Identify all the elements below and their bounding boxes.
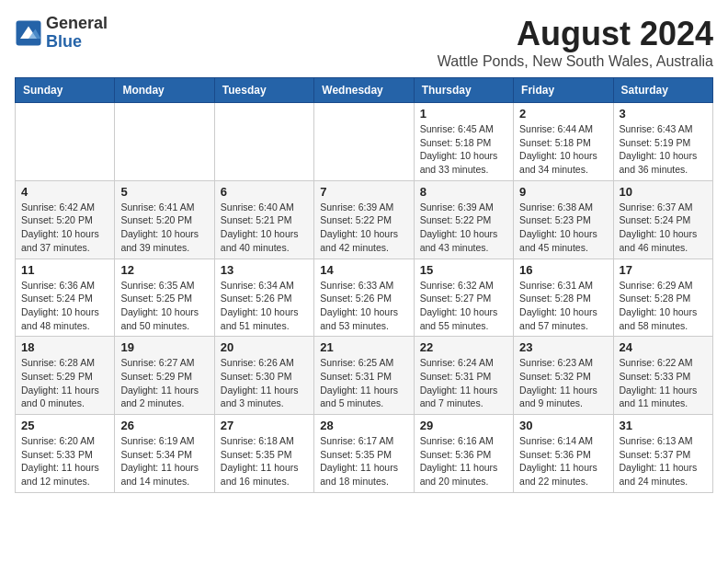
day-info: Sunrise: 6:40 AM Sunset: 5:21 PM Dayligh…: [221, 201, 308, 255]
calendar-day-cell: 22Sunrise: 6:24 AM Sunset: 5:31 PM Dayli…: [414, 337, 513, 415]
calendar-day-cell: 27Sunrise: 6:18 AM Sunset: 5:35 PM Dayli…: [214, 415, 313, 493]
location: Wattle Ponds, New South Wales, Australia: [438, 53, 713, 70]
calendar-week-row: 11Sunrise: 6:36 AM Sunset: 5:24 PM Dayli…: [16, 259, 713, 337]
day-info: Sunrise: 6:17 AM Sunset: 5:35 PM Dayligh…: [320, 434, 407, 488]
day-number: 20: [221, 340, 308, 354]
day-info: Sunrise: 6:16 AM Sunset: 5:36 PM Dayligh…: [420, 434, 507, 488]
logo-blue: Blue: [46, 33, 108, 52]
day-number: 7: [320, 185, 407, 199]
calendar-day-cell: 20Sunrise: 6:26 AM Sunset: 5:30 PM Dayli…: [214, 337, 313, 415]
calendar-day-cell: 15Sunrise: 6:32 AM Sunset: 5:27 PM Dayli…: [414, 259, 513, 337]
day-info: Sunrise: 6:28 AM Sunset: 5:29 PM Dayligh…: [21, 356, 108, 410]
calendar-day-cell: 4Sunrise: 6:42 AM Sunset: 5:20 PM Daylig…: [16, 180, 115, 259]
day-number: 10: [620, 185, 707, 199]
day-info: Sunrise: 6:18 AM Sunset: 5:35 PM Dayligh…: [221, 434, 308, 488]
logo-general: General: [46, 15, 108, 33]
calendar-day-cell: 28Sunrise: 6:17 AM Sunset: 5:35 PM Dayli…: [314, 415, 414, 493]
day-info: Sunrise: 6:45 AM Sunset: 5:18 PM Dayligh…: [420, 122, 507, 177]
day-of-week-header: Friday: [514, 78, 613, 103]
day-info: Sunrise: 6:39 AM Sunset: 5:22 PM Dayligh…: [420, 201, 507, 255]
calendar-day-cell: 23Sunrise: 6:23 AM Sunset: 5:32 PM Dayli…: [514, 337, 613, 415]
day-number: 6: [221, 185, 308, 199]
day-number: 17: [620, 263, 707, 277]
day-number: 28: [320, 419, 407, 432]
day-number: 22: [420, 340, 507, 354]
calendar-day-cell: 11Sunrise: 6:36 AM Sunset: 5:24 PM Dayli…: [16, 259, 115, 337]
day-info: Sunrise: 6:20 AM Sunset: 5:33 PM Dayligh…: [21, 434, 108, 488]
logo: General Blue: [15, 15, 108, 52]
day-of-week-header: Saturday: [613, 78, 712, 103]
day-info: Sunrise: 6:42 AM Sunset: 5:20 PM Dayligh…: [21, 201, 108, 255]
calendar-day-cell: 13Sunrise: 6:34 AM Sunset: 5:26 PM Dayli…: [214, 259, 313, 337]
day-number: 16: [519, 263, 607, 277]
calendar-day-cell: 21Sunrise: 6:25 AM Sunset: 5:31 PM Dayli…: [314, 337, 414, 415]
calendar-day-cell: 6Sunrise: 6:40 AM Sunset: 5:21 PM Daylig…: [214, 180, 313, 259]
day-info: Sunrise: 6:34 AM Sunset: 5:26 PM Dayligh…: [221, 279, 308, 333]
day-info: Sunrise: 6:38 AM Sunset: 5:23 PM Dayligh…: [519, 201, 607, 255]
calendar-day-cell: 25Sunrise: 6:20 AM Sunset: 5:33 PM Dayli…: [16, 415, 115, 493]
calendar-day-cell: 18Sunrise: 6:28 AM Sunset: 5:29 PM Dayli…: [16, 337, 115, 415]
day-info: Sunrise: 6:41 AM Sunset: 5:20 PM Dayligh…: [120, 201, 208, 255]
calendar-day-cell: 8Sunrise: 6:39 AM Sunset: 5:22 PM Daylig…: [414, 180, 513, 259]
day-info: Sunrise: 6:43 AM Sunset: 5:19 PM Dayligh…: [620, 122, 707, 177]
calendar-day-cell: 17Sunrise: 6:29 AM Sunset: 5:28 PM Dayli…: [613, 259, 712, 337]
title-section: August 2024 Wattle Ponds, New South Wale…: [438, 15, 713, 70]
calendar-day-cell: 12Sunrise: 6:35 AM Sunset: 5:25 PM Dayli…: [115, 259, 214, 337]
calendar-week-row: 18Sunrise: 6:28 AM Sunset: 5:29 PM Dayli…: [16, 337, 713, 415]
calendar-week-row: 4Sunrise: 6:42 AM Sunset: 5:20 PM Daylig…: [16, 180, 713, 259]
day-of-week-header: Thursday: [414, 78, 513, 103]
day-info: Sunrise: 6:27 AM Sunset: 5:29 PM Dayligh…: [120, 356, 208, 410]
day-number: 26: [120, 419, 208, 432]
day-number: 13: [221, 263, 308, 277]
calendar-header-row: SundayMondayTuesdayWednesdayThursdayFrid…: [16, 78, 713, 103]
day-of-week-header: Tuesday: [214, 78, 313, 103]
calendar-table: SundayMondayTuesdayWednesdayThursdayFrid…: [15, 77, 713, 493]
day-info: Sunrise: 6:14 AM Sunset: 5:36 PM Dayligh…: [519, 434, 607, 488]
calendar-day-cell: 1Sunrise: 6:45 AM Sunset: 5:18 PM Daylig…: [414, 103, 513, 181]
day-info: Sunrise: 6:44 AM Sunset: 5:18 PM Dayligh…: [519, 122, 607, 177]
calendar-day-cell: 2Sunrise: 6:44 AM Sunset: 5:18 PM Daylig…: [514, 103, 613, 181]
day-number: 11: [21, 263, 108, 277]
day-info: Sunrise: 6:25 AM Sunset: 5:31 PM Dayligh…: [320, 356, 407, 410]
day-info: Sunrise: 6:33 AM Sunset: 5:26 PM Dayligh…: [320, 279, 407, 333]
day-number: 18: [21, 340, 108, 354]
day-number: 5: [120, 185, 208, 199]
month-year: August 2024: [438, 15, 713, 53]
day-info: Sunrise: 6:29 AM Sunset: 5:28 PM Dayligh…: [620, 279, 707, 333]
day-info: Sunrise: 6:22 AM Sunset: 5:33 PM Dayligh…: [620, 356, 707, 410]
day-info: Sunrise: 6:23 AM Sunset: 5:32 PM Dayligh…: [519, 356, 607, 410]
calendar-day-cell: 26Sunrise: 6:19 AM Sunset: 5:34 PM Dayli…: [115, 415, 214, 493]
day-info: Sunrise: 6:24 AM Sunset: 5:31 PM Dayligh…: [420, 356, 507, 410]
logo-icon: [15, 19, 42, 47]
day-number: 14: [320, 263, 407, 277]
day-info: Sunrise: 6:13 AM Sunset: 5:37 PM Dayligh…: [620, 434, 707, 488]
day-info: Sunrise: 6:35 AM Sunset: 5:25 PM Dayligh…: [120, 279, 208, 333]
calendar-day-cell: 7Sunrise: 6:39 AM Sunset: 5:22 PM Daylig…: [314, 180, 414, 259]
calendar-day-cell: 29Sunrise: 6:16 AM Sunset: 5:36 PM Dayli…: [414, 415, 513, 493]
calendar-day-cell: 10Sunrise: 6:37 AM Sunset: 5:24 PM Dayli…: [613, 180, 712, 259]
day-number: 19: [120, 340, 208, 354]
calendar-day-cell: 3Sunrise: 6:43 AM Sunset: 5:19 PM Daylig…: [613, 103, 712, 181]
calendar-day-cell: 16Sunrise: 6:31 AM Sunset: 5:28 PM Dayli…: [514, 259, 613, 337]
calendar-day-cell: 19Sunrise: 6:27 AM Sunset: 5:29 PM Dayli…: [115, 337, 214, 415]
calendar-day-cell: [115, 103, 214, 181]
day-number: 1: [420, 107, 507, 121]
day-number: 29: [420, 419, 507, 432]
calendar-day-cell: [314, 103, 414, 181]
day-number: 30: [519, 419, 607, 432]
day-info: Sunrise: 6:19 AM Sunset: 5:34 PM Dayligh…: [120, 434, 208, 488]
day-number: 25: [21, 419, 108, 432]
calendar-day-cell: 5Sunrise: 6:41 AM Sunset: 5:20 PM Daylig…: [115, 180, 214, 259]
day-of-week-header: Sunday: [16, 78, 115, 103]
header: General Blue August 2024 Wattle Ponds, N…: [15, 15, 713, 70]
day-number: 23: [519, 340, 607, 354]
calendar-day-cell: [214, 103, 313, 181]
calendar-day-cell: 9Sunrise: 6:38 AM Sunset: 5:23 PM Daylig…: [514, 180, 613, 259]
calendar-day-cell: [16, 103, 115, 181]
day-number: 24: [620, 340, 707, 354]
day-number: 2: [519, 107, 607, 121]
day-info: Sunrise: 6:39 AM Sunset: 5:22 PM Dayligh…: [320, 201, 407, 255]
day-number: 31: [620, 419, 707, 432]
calendar-day-cell: 14Sunrise: 6:33 AM Sunset: 5:26 PM Dayli…: [314, 259, 414, 337]
calendar-day-cell: 30Sunrise: 6:14 AM Sunset: 5:36 PM Dayli…: [514, 415, 613, 493]
